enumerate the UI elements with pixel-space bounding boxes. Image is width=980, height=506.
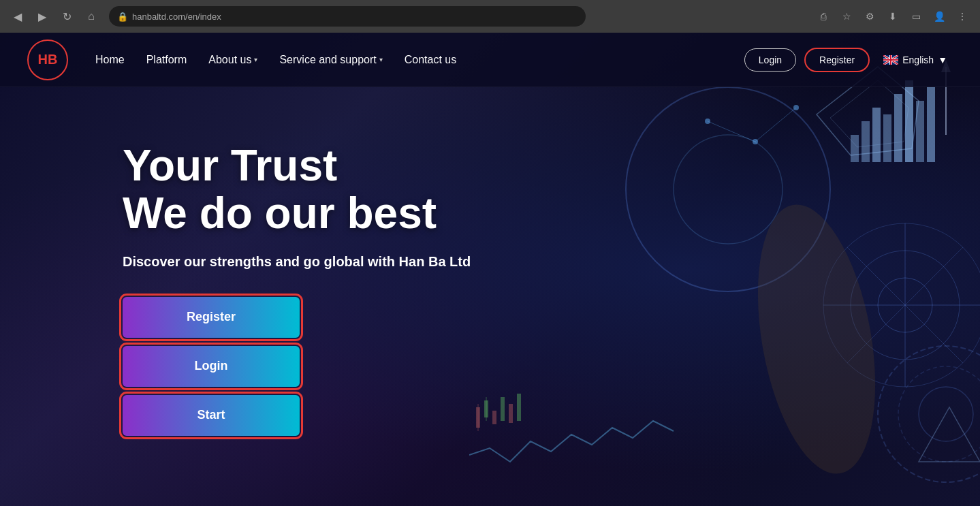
language-label: English [902, 54, 934, 65]
browser-chrome: ◀ ▶ ↻ ⌂ 🔒 hanbaltd.com/en/index ⎙ ☆ ⚙ ⬇ … [0, 0, 980, 33]
nav-actions: Login Register English ▼ [744, 48, 953, 72]
language-selector[interactable]: English ▼ [878, 52, 953, 68]
forward-button[interactable]: ▶ [33, 7, 52, 26]
flag-icon [883, 55, 898, 65]
nav-links: Home Platform About us ▾ Service and sup… [95, 54, 744, 66]
hero-section: Your Trust We do our best Discover our s… [0, 87, 980, 436]
website: HB Home Platform About us ▾ Service and … [0, 33, 980, 506]
hero-login-button[interactable]: Login [123, 346, 300, 387]
lock-icon: 🔒 [117, 12, 128, 22]
home-button[interactable]: ⌂ [82, 7, 101, 26]
hero-start-button[interactable]: Start [123, 395, 300, 436]
hero-title: Your Trust We do our best [123, 142, 980, 238]
nav-home[interactable]: Home [95, 54, 125, 66]
profile-button[interactable]: 👤 [930, 7, 949, 26]
chevron-down-icon: ▾ [254, 56, 257, 63]
share-button[interactable]: ⎙ [814, 7, 833, 26]
nav-contact[interactable]: Contact us [405, 54, 456, 66]
logo[interactable]: HB [27, 39, 68, 80]
tab-button[interactable]: ▭ [906, 7, 926, 26]
download-button[interactable]: ⬇ [883, 7, 902, 26]
hero-buttons: Register Login Start [123, 297, 300, 436]
nav-about[interactable]: About us ▾ [208, 54, 257, 66]
back-button[interactable]: ◀ [8, 7, 27, 26]
navbar: HB Home Platform About us ▾ Service and … [0, 33, 980, 87]
hero-register-button[interactable]: Register [123, 297, 300, 338]
chevron-down-icon: ▾ [379, 56, 383, 63]
extensions-button[interactable]: ⚙ [860, 7, 879, 26]
register-button[interactable]: Register [804, 48, 870, 72]
language-arrow: ▼ [938, 54, 947, 65]
reload-button[interactable]: ↻ [57, 7, 76, 26]
address-bar[interactable]: 🔒 hanbaltd.com/en/index [109, 6, 586, 27]
login-button[interactable]: Login [744, 48, 796, 72]
menu-button[interactable]: ⋮ [953, 7, 972, 26]
nav-platform[interactable]: Platform [146, 54, 187, 66]
bookmark-button[interactable]: ☆ [837, 7, 856, 26]
nav-service[interactable]: Service and support ▾ [279, 54, 382, 66]
url-text: hanbaltd.com/en/index [132, 12, 221, 22]
browser-actions: ⎙ ☆ ⚙ ⬇ ▭ 👤 ⋮ [814, 7, 972, 26]
hero-subtitle: Discover our strengths and go global wit… [123, 254, 980, 270]
